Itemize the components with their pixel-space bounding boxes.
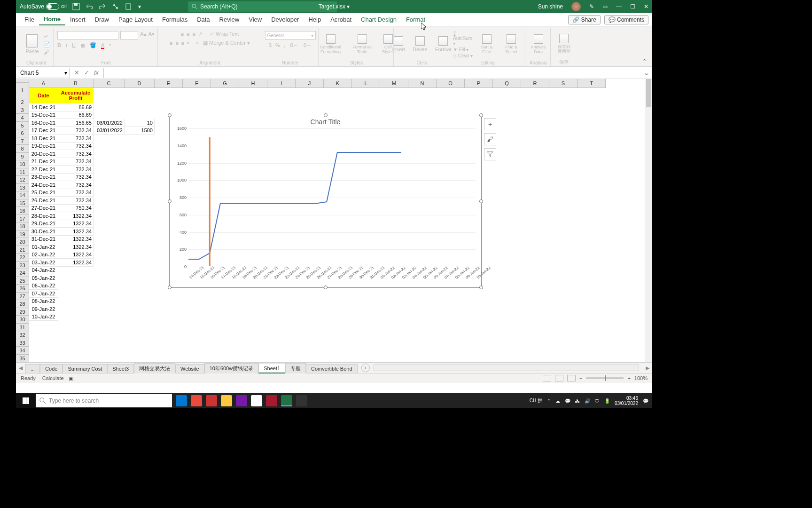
save-icon[interactable]: [72, 3, 80, 10]
cell-D5[interactable]: 1500: [125, 127, 155, 135]
chart-resize-handle[interactable]: [168, 286, 172, 289]
cell-B16[interactable]: 1322.34: [58, 212, 94, 220]
qat-icon-4[interactable]: [125, 3, 133, 10]
row-header-29[interactable]: 29: [16, 308, 29, 316]
align-top-icon[interactable]: ≡: [181, 32, 184, 37]
cell-C4[interactable]: 03/01/2022: [94, 119, 125, 127]
tray-clock[interactable]: 03:46 03/01/2022: [615, 396, 638, 406]
chart-resize-handle[interactable]: [168, 199, 172, 203]
autosave-switch-icon[interactable]: [46, 3, 59, 10]
cell-A22[interactable]: 03-Jan-22: [29, 259, 58, 267]
cell-A9[interactable]: 21-Dec-21: [29, 158, 58, 166]
increase-indent-icon[interactable]: ⇥: [194, 40, 198, 46]
cell-A24[interactable]: 05-Jan-22: [29, 274, 58, 282]
font-size-input[interactable]: [120, 31, 138, 40]
fill-button[interactable]: ▼ Fill ▾: [453, 47, 473, 52]
row-header-1[interactable]: 1: [16, 83, 29, 98]
cell-A28[interactable]: 09-Jan-22: [29, 305, 58, 313]
fill-color-icon[interactable]: 🪣: [90, 42, 96, 48]
horizontal-scrollbar[interactable]: [374, 365, 640, 371]
align-left-icon[interactable]: ≡: [170, 40, 172, 46]
row-header-7[interactable]: 7: [16, 137, 29, 145]
sheet-tab-Code[interactable]: Code: [40, 364, 62, 373]
increase-decimal-icon[interactable]: .0←: [289, 42, 298, 48]
chart-styles-button[interactable]: 🖌: [484, 133, 496, 145]
row-header-4[interactable]: 4: [16, 114, 29, 122]
cell-A5[interactable]: 17-Dec-21: [29, 127, 58, 135]
taskbar-app-5[interactable]: [266, 395, 277, 406]
copy-icon[interactable]: 📄: [44, 41, 50, 48]
column-header-S[interactable]: S: [549, 79, 578, 88]
conditional-formatting-button[interactable]: Conditional Formatting: [315, 33, 346, 55]
row-header-34[interactable]: 34: [16, 347, 29, 355]
username[interactable]: Sun shine: [538, 3, 563, 10]
tab-page-layout[interactable]: Page Layout: [114, 14, 157, 25]
cell-B14[interactable]: 732.34: [58, 197, 94, 205]
cell-A20[interactable]: 01-Jan-22: [29, 243, 58, 251]
cell-B8[interactable]: 732.34: [58, 150, 94, 158]
tab-chart-design[interactable]: Chart Design: [356, 14, 401, 25]
taskbar-app-2[interactable]: [191, 395, 202, 406]
column-header-M[interactable]: M: [380, 79, 408, 88]
sheet-tab-Website[interactable]: Website: [175, 364, 204, 373]
row-header-20[interactable]: 20: [16, 238, 29, 246]
cell-A12[interactable]: 24-Dec-21: [29, 181, 58, 189]
format-painter-icon[interactable]: 🖌: [44, 49, 50, 55]
sheet-tab-Sheet1[interactable]: Sheet1: [258, 364, 285, 373]
border-icon[interactable]: ▦: [80, 42, 85, 48]
column-header-A[interactable]: A: [29, 79, 58, 88]
sheet-nav-next[interactable]: ▶: [643, 365, 652, 371]
cell-B7[interactable]: 732.34: [58, 143, 94, 151]
select-all-corner[interactable]: [16, 79, 29, 83]
macro-record-icon[interactable]: ▣: [69, 375, 73, 381]
row-header-9[interactable]: 9: [16, 153, 29, 161]
add-sheet-button[interactable]: +: [361, 364, 370, 372]
row-header-17[interactable]: 17: [16, 215, 29, 223]
tab-view[interactable]: View: [244, 14, 266, 25]
cell-B19[interactable]: 1322.34: [58, 236, 94, 244]
cell-B21[interactable]: 1322.34: [58, 251, 94, 259]
cell-A8[interactable]: 20-Dec-21: [29, 150, 58, 158]
font-color-icon[interactable]: A: [101, 42, 104, 48]
chart-resize-handle[interactable]: [324, 113, 328, 117]
row-header-30[interactable]: 30: [16, 316, 29, 324]
row-header-3[interactable]: 3: [16, 106, 29, 114]
align-center-icon[interactable]: ≡: [175, 40, 178, 46]
wrap-text-button[interactable]: ↵ Wrap Text: [210, 31, 239, 37]
qat-icon-3[interactable]: [112, 3, 119, 10]
accounting-format-icon[interactable]: $: [269, 42, 272, 48]
cell-A27[interactable]: 08-Jan-22: [29, 298, 58, 306]
phonetic-icon[interactable]: ᵃ: [109, 42, 111, 48]
column-header-F[interactable]: F: [183, 79, 211, 88]
column-header-J[interactable]: J: [296, 79, 324, 88]
cell-B13[interactable]: 732.34: [58, 189, 94, 197]
save-to-cloud-button[interactable]: 保存到 度网盘: [552, 33, 576, 55]
cell-B6[interactable]: 732.34: [58, 135, 94, 143]
underline-icon[interactable]: U: [72, 42, 76, 48]
chart-resize-handle[interactable]: [168, 113, 172, 117]
row-header-5[interactable]: 5: [16, 122, 29, 130]
tab-insert[interactable]: Insert: [65, 14, 90, 25]
taskbar-app-6[interactable]: [296, 395, 307, 406]
cell-B3[interactable]: 86.69: [58, 111, 94, 119]
tray-notification-icon[interactable]: 💬: [643, 398, 648, 404]
cell-A18[interactable]: 30-Dec-21: [29, 228, 58, 236]
cell-C5[interactable]: 03/01/2022: [94, 127, 125, 135]
cell-B5[interactable]: 732.34: [58, 127, 94, 135]
chart-resize-handle[interactable]: [479, 199, 483, 203]
taskbar-app-explorer[interactable]: [221, 395, 232, 406]
chart-selected[interactable]: Chart Title 0200400600800100012001400160…: [169, 115, 482, 288]
chart-filters-button[interactable]: [484, 148, 496, 160]
analyze-data-button[interactable]: Analyze Data: [526, 33, 551, 55]
column-header-E[interactable]: E: [155, 79, 183, 88]
row-header-11[interactable]: 11: [16, 168, 29, 176]
align-right-icon[interactable]: ≡: [181, 40, 184, 46]
sheet-tab-...[interactable]: ...: [25, 364, 40, 373]
comments-button[interactable]: 💬 Comments: [604, 15, 648, 24]
sheet-nav-prev[interactable]: ◀: [16, 365, 25, 371]
cell-A4[interactable]: 16-Dec-21: [29, 119, 58, 127]
row-header-32[interactable]: 32: [16, 331, 29, 339]
tab-draw[interactable]: Draw: [90, 14, 114, 25]
column-header-I[interactable]: I: [267, 79, 296, 88]
taskbar-search[interactable]: Type here to search: [36, 394, 172, 407]
